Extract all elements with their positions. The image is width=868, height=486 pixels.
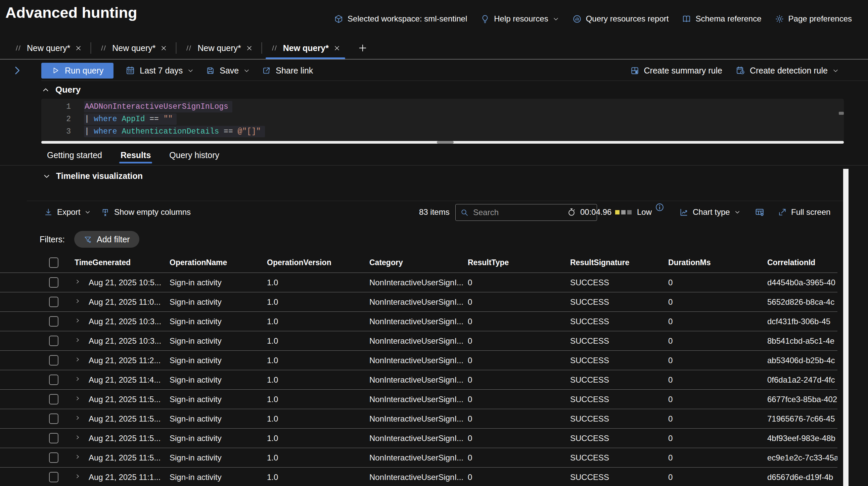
- column-header-time-generated[interactable]: TimeGenerated: [74, 258, 169, 267]
- query-resources-report-button[interactable]: Query resources report: [572, 14, 669, 24]
- column-header-operation-name[interactable]: OperationName: [169, 258, 267, 267]
- create-detection-rule-dropdown[interactable]: Create detection rule: [736, 66, 839, 75]
- full-screen-button[interactable]: Full screen: [778, 201, 830, 223]
- table-row[interactable]: Aug 21, 2025 10:3... Sign-in activity 1.…: [0, 331, 837, 351]
- table-row[interactable]: Aug 21, 2025 10:5... Sign-in activity 1.…: [0, 273, 837, 292]
- timeline-visualization-toggle[interactable]: Timeline visualization: [43, 171, 143, 181]
- cell-duration-ms: 0: [668, 414, 767, 424]
- table-row[interactable]: Aug 21, 2025 11:2... Sign-in activity 1.…: [0, 351, 837, 370]
- table-row[interactable]: Aug 21, 2025 10:3... Sign-in activity 1.…: [0, 312, 837, 331]
- row-checkbox[interactable]: [49, 355, 58, 365]
- save-dropdown[interactable]: Save: [206, 66, 250, 75]
- query-tab-1[interactable]: New query*: [5, 37, 91, 59]
- schema-reference-button[interactable]: Schema reference: [682, 14, 761, 24]
- row-expand-chevron-icon[interactable]: [74, 375, 81, 383]
- share-link-button[interactable]: Share link: [262, 66, 313, 75]
- create-summary-rule-button[interactable]: Create summary rule: [630, 66, 722, 75]
- collapse-panel-chevron-icon[interactable]: [12, 65, 22, 76]
- table-row[interactable]: Aug 21, 2025 11:1... Sign-in activity 1.…: [0, 467, 837, 486]
- row-checkbox[interactable]: [49, 375, 58, 385]
- query-tab-2[interactable]: New query*: [91, 37, 176, 59]
- row-expand-chevron-icon[interactable]: [74, 336, 81, 344]
- row-checkbox[interactable]: [49, 433, 58, 443]
- row-checkbox[interactable]: [49, 452, 58, 463]
- tab-query-history[interactable]: Query history: [169, 150, 219, 166]
- show-empty-columns-button[interactable]: Show empty columns: [101, 201, 191, 223]
- export-dropdown[interactable]: Export: [44, 201, 91, 223]
- run-query-button[interactable]: Run query: [41, 63, 114, 78]
- workspace-selector[interactable]: Selected workspace: sml-sentinel: [334, 14, 467, 24]
- table-row[interactable]: Aug 21, 2025 11:0... Sign-in activity 1.…: [0, 292, 837, 312]
- kql-query-editor[interactable]: 1 AADNonInteractiveUserSignInLogs 2 | wh…: [41, 99, 844, 142]
- close-icon[interactable]: [160, 45, 167, 51]
- table-row[interactable]: Aug 21, 2025 11:5... Sign-in activity 1.…: [0, 429, 837, 448]
- cell-operation-version: 1.0: [267, 414, 369, 424]
- row-expand-chevron-icon[interactable]: [74, 317, 81, 324]
- header-meta: Selected workspace: sml-sentinel Help re…: [334, 14, 852, 24]
- editor-horizontal-scrollbar[interactable]: [41, 141, 844, 144]
- column-header-result-signature[interactable]: ResultSignature: [570, 258, 668, 267]
- results-vertical-scrollbar[interactable]: [843, 169, 848, 486]
- row-checkbox[interactable]: [49, 472, 58, 482]
- close-icon[interactable]: [246, 45, 252, 51]
- resource-usage-info-button[interactable]: [655, 203, 664, 214]
- query-tab-4-active[interactable]: New query*: [261, 37, 349, 59]
- column-header-category[interactable]: Category: [369, 258, 468, 267]
- tab-label: Results: [121, 150, 151, 160]
- row-checkbox[interactable]: [49, 297, 58, 307]
- row-checkbox[interactable]: [49, 414, 58, 424]
- row-checkbox[interactable]: [49, 394, 58, 404]
- column-header-operation-version[interactable]: OperationVersion: [267, 258, 369, 267]
- row-expand-chevron-icon[interactable]: [74, 395, 81, 402]
- row-checkbox[interactable]: [49, 336, 58, 346]
- query-tab-label: New query*: [112, 43, 155, 53]
- page-preferences-button[interactable]: Page preferences: [775, 14, 852, 24]
- row-expand-chevron-icon[interactable]: [74, 278, 81, 285]
- table-row[interactable]: Aug 21, 2025 11:4... Sign-in activity 1.…: [0, 370, 837, 390]
- query-section-toggle[interactable]: Query: [42, 85, 81, 95]
- row-checkbox[interactable]: [49, 277, 58, 288]
- row-checkbox[interactable]: [49, 316, 58, 327]
- tab-getting-started[interactable]: Getting started: [47, 150, 102, 166]
- table-settings-button[interactable]: [755, 201, 765, 223]
- column-header-duration-ms[interactable]: DurationMs: [668, 258, 767, 267]
- help-resources-button[interactable]: Help resources: [480, 14, 559, 24]
- editor-horizontal-scrollbar-thumb[interactable]: [437, 141, 454, 144]
- save-icon: [206, 66, 215, 75]
- row-checkbox-cell: [49, 355, 74, 365]
- cell-result-signature: SUCCESS: [570, 375, 668, 385]
- close-icon[interactable]: [334, 45, 340, 51]
- query-tab-3[interactable]: New query*: [176, 37, 261, 59]
- row-expand-chevron-icon[interactable]: [74, 297, 81, 305]
- row-expand-chevron-icon[interactable]: [74, 356, 81, 363]
- row-expand-chevron-icon[interactable]: [74, 473, 81, 480]
- columns-icon: [101, 208, 110, 217]
- table-row[interactable]: Aug 21, 2025 11:5... Sign-in activity 1.…: [0, 409, 837, 429]
- cell-correlation-id: 0f6da1a2-247d-4fc: [767, 375, 837, 385]
- row-expand-chevron-icon[interactable]: [74, 414, 81, 422]
- tab-results[interactable]: Results: [121, 150, 151, 166]
- add-tab-button[interactable]: [349, 37, 376, 59]
- table-row[interactable]: Aug 21, 2025 11:5... Sign-in activity 1.…: [0, 390, 837, 409]
- select-all-checkbox[interactable]: [49, 257, 58, 268]
- row-expand-cell: [74, 473, 89, 482]
- table-row[interactable]: Aug 21, 2025 11:5... Sign-in activity 1.…: [0, 448, 837, 467]
- cell-result-signature: SUCCESS: [570, 336, 668, 346]
- close-icon[interactable]: [75, 45, 82, 51]
- column-header-correlation-id[interactable]: CorrelationId: [767, 258, 837, 267]
- cell-result-signature: SUCCESS: [570, 278, 668, 287]
- row-expand-chevron-icon[interactable]: [74, 434, 81, 441]
- usage-square-1: [615, 210, 620, 215]
- query-elapsed-time: 00:04.96: [567, 201, 612, 223]
- column-header-result-type[interactable]: ResultType: [468, 258, 570, 267]
- time-range-dropdown[interactable]: Last 7 days: [126, 66, 194, 75]
- timeline-visualization-label: Timeline visualization: [56, 171, 143, 181]
- editor-vertical-scrollbar-thumb[interactable]: [839, 112, 844, 115]
- summary-rule-icon: [630, 66, 639, 75]
- row-checkbox-cell: [49, 336, 74, 346]
- chart-type-dropdown[interactable]: Chart type: [679, 201, 740, 223]
- row-expand-chevron-icon[interactable]: [74, 453, 81, 460]
- chevron-down-icon: [832, 67, 839, 74]
- cell-operation-name: Sign-in activity: [169, 453, 267, 462]
- add-filter-button[interactable]: Add filter: [74, 231, 140, 248]
